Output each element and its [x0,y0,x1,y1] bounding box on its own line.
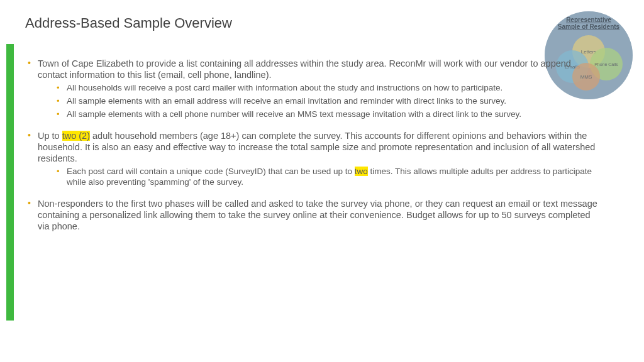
bullet-1-sub-3: All sample elements with a cell phone nu… [57,109,601,120]
bullet-1: Town of Cape Elizabeth to provide a list… [28,58,601,120]
bullet-2-sub-1: Each post card will contain a unique cod… [57,167,601,188]
bullet-1-sub-2: All sample elements with an email addres… [57,96,601,107]
bullet-2-highlight: two (2) [62,131,90,141]
bullet-2-pre: Up to [38,131,62,141]
accent-bar [6,44,14,321]
slide-content: Town of Cape Elizabeth to provide a list… [28,58,601,236]
bullet-2-post: adult household members (age 18+) can co… [38,131,595,163]
page-title: Address-Based Sample Overview [25,15,232,31]
bullet-1-sub-1: All households will receive a post card … [57,83,601,94]
bullet-3: Non-responders to the first two phases w… [28,198,601,232]
bullet-2: Up to two (2) adult household members (a… [28,130,601,188]
badge-title-line1: Representative [566,16,611,23]
bullet-2-sub-1-highlight: two [355,167,368,176]
badge-title: Representative Sample of Residents [545,16,633,30]
bullet-2-sub-1-pre: Each post card will contain a unique cod… [67,167,355,176]
bullet-1-text: Town of Cape Elizabeth to provide a list… [38,58,571,80]
badge-title-line2: Sample of Residents [558,23,619,30]
